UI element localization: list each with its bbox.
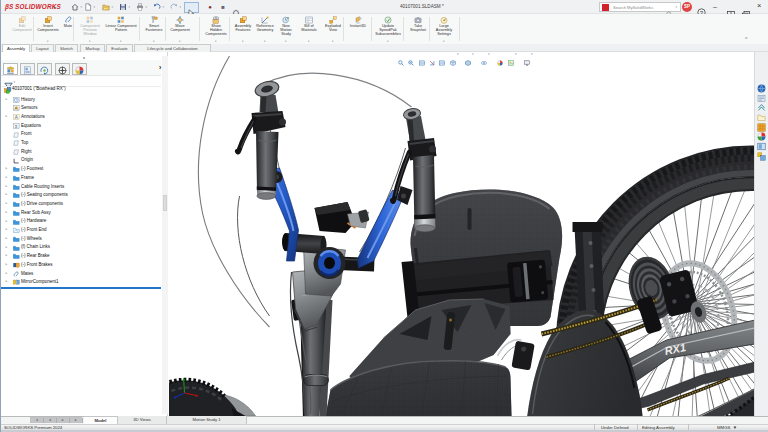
svg-text:A: A <box>15 115 18 120</box>
